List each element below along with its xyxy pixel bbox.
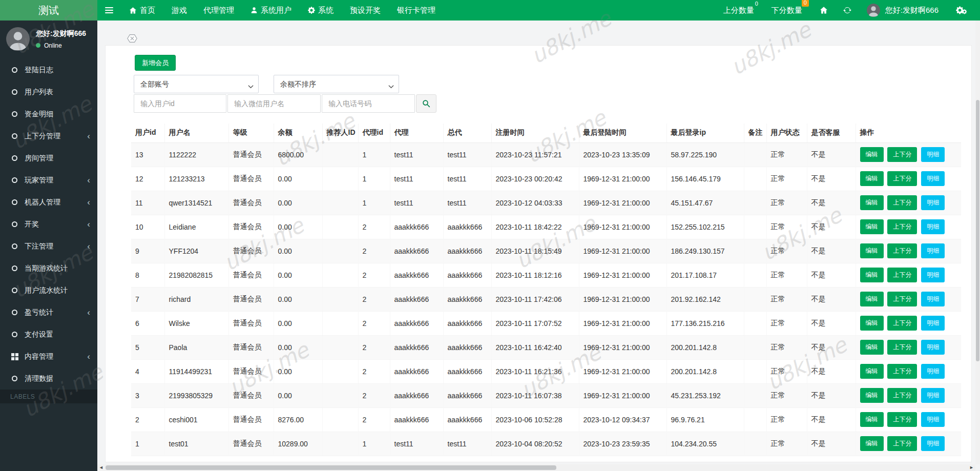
edit-button[interactable]: 编辑 [860, 340, 884, 355]
add-member-button[interactable]: 新增会员 [135, 55, 176, 71]
sidebar-menu-item[interactable]: 机器人管理 ‹ [0, 191, 97, 213]
cell-user-id: 7 [131, 287, 164, 311]
detail-button[interactable]: 明细 [921, 412, 945, 427]
phone-number-input[interactable] [322, 94, 415, 113]
cogs-icon[interactable] [956, 6, 967, 14]
updown-button[interactable]: 上下分 [887, 219, 917, 234]
detail-button[interactable]: 明细 [921, 388, 945, 403]
nav-menu-item[interactable]: 系统 [300, 0, 342, 21]
nav-menu-item[interactable]: 银行卡管理 [389, 0, 444, 21]
horizontal-scrollbar[interactable]: ◄ ► [97, 464, 975, 471]
balance-sort-select[interactable]: 余额不排序 [274, 75, 399, 93]
edit-button[interactable]: 编辑 [860, 147, 884, 162]
cell-register-time: 2023-10-11 16:21:36 [491, 359, 579, 383]
edit-button[interactable]: 编辑 [860, 171, 884, 186]
vertical-scroll-thumb[interactable] [976, 100, 979, 361]
cell-last-login-ip: 201.92.162.142 [666, 287, 744, 311]
updown-button[interactable]: 上下分 [887, 147, 917, 162]
navbar-greeting[interactable]: 您好:发财啊666 [885, 6, 939, 15]
updown-button[interactable]: 上下分 [887, 340, 917, 355]
edit-button[interactable]: 编辑 [860, 292, 884, 306]
account-filter-select[interactable]: 全部账号 [134, 75, 259, 93]
detail-button[interactable]: 明细 [921, 292, 945, 306]
sidebar-menu-item[interactable]: 房间管理 [0, 147, 97, 169]
sidebar-toggle-button[interactable] [97, 0, 121, 21]
updown-button[interactable]: 上下分 [887, 243, 917, 258]
updown-button[interactable]: 上下分 [887, 171, 917, 186]
cell-level: 普通会员 [228, 407, 274, 432]
sidebar: 您好:发财啊666 Online 登陆日志 用户列表 资金明细 上下分管理 ‹ … [0, 21, 97, 471]
updown-button[interactable]: 上下分 [887, 195, 917, 210]
updown-button[interactable]: 上下分 [887, 388, 917, 403]
updown-button[interactable]: 上下分 [887, 364, 917, 379]
detail-button[interactable]: 明细 [921, 364, 945, 379]
edit-button[interactable]: 编辑 [860, 243, 884, 258]
user-id-input[interactable] [134, 94, 226, 113]
updown-button[interactable]: 上下分 [887, 412, 917, 427]
nav-menu-item[interactable]: 代理管理 [195, 0, 242, 21]
sidebar-menu-item[interactable]: 当期游戏统计 [0, 257, 97, 279]
sidebar-menu-item[interactable]: 用户流水统计 [0, 279, 97, 301]
cell-agent-id: 2 [358, 239, 390, 263]
nav-menu-item[interactable]: 游戏 [163, 0, 195, 21]
edit-button[interactable]: 编辑 [860, 412, 884, 427]
sidebar-menu-item[interactable]: 上下分管理 ‹ [0, 125, 97, 147]
cell-referrer-id [322, 335, 358, 359]
brand-title[interactable]: 测试 [0, 0, 97, 21]
detail-button[interactable]: 明细 [921, 268, 945, 282]
detail-button[interactable]: 明细 [921, 147, 945, 162]
detail-button[interactable]: 明细 [921, 243, 945, 258]
detail-button[interactable]: 明细 [921, 340, 945, 355]
hexagon-settings-icon[interactable] [127, 33, 138, 44]
nav-menu-item[interactable]: 首页 [121, 0, 163, 21]
cell-register-time: 2023-10-11 17:07:52 [491, 311, 579, 335]
edit-button[interactable]: 编辑 [860, 316, 884, 331]
wechat-name-input[interactable] [227, 94, 321, 113]
edit-button[interactable]: 编辑 [860, 195, 884, 210]
cell-general-agent: aaakkk666 [443, 383, 491, 407]
down-score-label: 下分数量 [772, 6, 802, 14]
detail-button[interactable]: 明细 [921, 195, 945, 210]
edit-button[interactable]: 编辑 [860, 388, 884, 403]
sidebar-menu-item[interactable]: 用户列表 [0, 81, 97, 103]
refresh-icon[interactable] [843, 6, 851, 14]
table-row: 6 Wilske 普通会员 0.00 2 aaakkk666 aaakkk666… [131, 311, 961, 335]
edit-button[interactable]: 编辑 [860, 219, 884, 234]
detail-button[interactable]: 明细 [921, 316, 945, 331]
sidebar-menu-item[interactable]: 下注管理 ‹ [0, 235, 97, 257]
edit-button[interactable]: 编辑 [860, 436, 884, 451]
up-score-counter[interactable]: 上分数量 0 [723, 6, 754, 15]
scroll-left-arrow[interactable]: ◄ [97, 464, 105, 471]
sidebar-menu-item[interactable]: 开奖 ‹ [0, 213, 97, 235]
sidebar-menu-item[interactable]: 清理数据 [0, 367, 97, 390]
down-score-counter[interactable]: 下分数量 0 [772, 6, 802, 15]
updown-button[interactable]: 上下分 [887, 268, 917, 282]
detail-button[interactable]: 明细 [921, 219, 945, 234]
sidebar-menu-item[interactable]: 支付设置 [0, 323, 97, 345]
sidebar-menu-item[interactable]: 资金明细 [0, 103, 97, 125]
edit-button[interactable]: 编辑 [860, 268, 884, 282]
home-icon[interactable] [820, 6, 828, 14]
cell-agent-id: 2 [358, 335, 390, 359]
profile-avatar[interactable] [6, 27, 30, 51]
scroll-right-arrow[interactable]: ► [968, 464, 975, 471]
search-button[interactable] [416, 94, 436, 113]
cell-is-customer-service: 不是 [807, 167, 856, 191]
vertical-scrollbar[interactable] [975, 21, 980, 464]
sidebar-menu-item[interactable]: 登陆日志 [0, 59, 97, 81]
updown-button[interactable]: 上下分 [887, 292, 917, 306]
sidebar-menu-item[interactable]: 内容管理 ‹ [0, 345, 97, 367]
cell-remark [744, 287, 766, 311]
user-avatar[interactable] [867, 4, 880, 17]
horizontal-scroll-thumb[interactable] [106, 465, 556, 470]
sidebar-menu-item[interactable]: 玩家管理 ‹ [0, 169, 97, 191]
nav-menu-item[interactable]: 预设开奖 [342, 0, 389, 21]
detail-button[interactable]: 明细 [921, 171, 945, 186]
nav-menu-item[interactable]: 系统用户 [242, 0, 300, 21]
sidebar-menu-item[interactable]: 盈亏统计 ‹ [0, 301, 97, 323]
updown-button[interactable]: 上下分 [887, 316, 917, 331]
updown-button[interactable]: 上下分 [887, 436, 917, 451]
edit-button[interactable]: 编辑 [860, 364, 884, 379]
detail-button[interactable]: 明细 [921, 436, 945, 451]
cell-actions: 编辑 上下分 明细 [856, 407, 961, 432]
